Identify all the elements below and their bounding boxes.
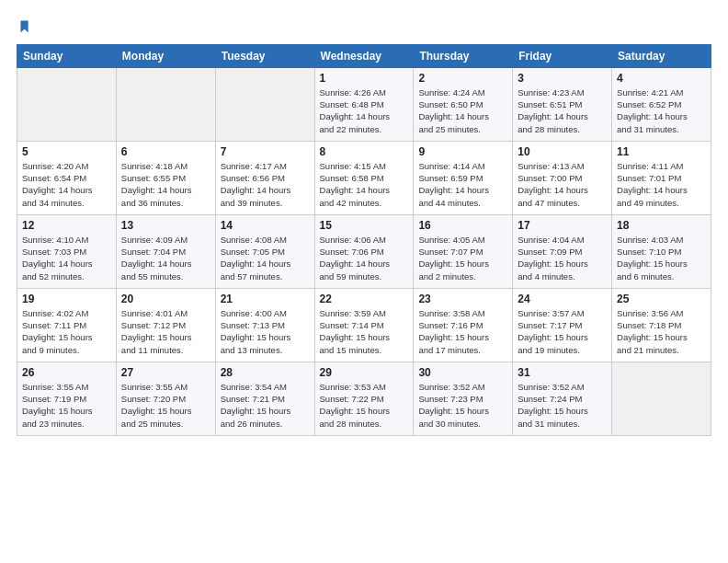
day-cell: 12Sunrise: 4:10 AM Sunset: 7:03 PM Dayli… bbox=[17, 214, 117, 288]
weekday-monday: Monday bbox=[116, 44, 215, 67]
day-number: 14 bbox=[221, 219, 310, 232]
week-row-1: 1Sunrise: 4:26 AM Sunset: 6:48 PM Daylig… bbox=[17, 67, 711, 141]
day-cell: 3Sunrise: 4:23 AM Sunset: 6:51 PM Daylig… bbox=[513, 67, 612, 141]
day-cell: 7Sunrise: 4:17 AM Sunset: 6:56 PM Daylig… bbox=[215, 141, 314, 214]
day-cell: 2Sunrise: 4:24 AM Sunset: 6:50 PM Daylig… bbox=[414, 67, 513, 141]
day-info: Sunrise: 4:15 AM Sunset: 6:58 PM Dayligh… bbox=[320, 160, 409, 209]
day-info: Sunrise: 4:23 AM Sunset: 6:51 PM Dayligh… bbox=[518, 86, 607, 135]
day-number: 29 bbox=[320, 366, 409, 379]
week-row-4: 19Sunrise: 4:02 AM Sunset: 7:11 PM Dayli… bbox=[17, 288, 711, 362]
day-number: 22 bbox=[320, 293, 409, 305]
day-cell: 27Sunrise: 3:55 AM Sunset: 7:20 PM Dayli… bbox=[116, 362, 215, 435]
weekday-thursday: Thursday bbox=[414, 44, 513, 67]
day-number: 31 bbox=[518, 366, 607, 379]
day-cell: 1Sunrise: 4:26 AM Sunset: 6:48 PM Daylig… bbox=[314, 67, 414, 141]
day-info: Sunrise: 4:21 AM Sunset: 6:52 PM Dayligh… bbox=[617, 86, 706, 135]
day-number: 25 bbox=[617, 293, 706, 305]
day-info: Sunrise: 4:11 AM Sunset: 7:01 PM Dayligh… bbox=[617, 160, 706, 209]
day-info: Sunrise: 3:52 AM Sunset: 7:23 PM Dayligh… bbox=[418, 381, 507, 430]
day-cell bbox=[612, 362, 711, 435]
weekday-wednesday: Wednesday bbox=[314, 44, 414, 67]
day-info: Sunrise: 4:24 AM Sunset: 6:50 PM Dayligh… bbox=[418, 86, 507, 135]
day-number: 18 bbox=[617, 219, 706, 232]
day-cell: 30Sunrise: 3:52 AM Sunset: 7:23 PM Dayli… bbox=[414, 362, 513, 435]
day-number: 11 bbox=[617, 145, 706, 158]
day-cell: 4Sunrise: 4:21 AM Sunset: 6:52 PM Daylig… bbox=[612, 67, 711, 141]
day-cell bbox=[17, 67, 117, 141]
day-number: 28 bbox=[221, 366, 310, 379]
day-cell: 8Sunrise: 4:15 AM Sunset: 6:58 PM Daylig… bbox=[314, 141, 414, 214]
day-info: Sunrise: 4:17 AM Sunset: 6:56 PM Dayligh… bbox=[221, 160, 310, 209]
day-number: 27 bbox=[121, 366, 210, 379]
week-row-2: 5Sunrise: 4:20 AM Sunset: 6:54 PM Daylig… bbox=[17, 141, 711, 214]
day-info: Sunrise: 4:26 AM Sunset: 6:48 PM Dayligh… bbox=[320, 86, 409, 135]
page: SundayMondayTuesdayWednesdayThursdayFrid… bbox=[0, 0, 728, 445]
day-number: 4 bbox=[617, 72, 706, 85]
day-cell: 20Sunrise: 4:01 AM Sunset: 7:12 PM Dayli… bbox=[116, 288, 215, 362]
day-number: 9 bbox=[418, 145, 507, 158]
day-number: 24 bbox=[518, 293, 607, 305]
weekday-header-row: SundayMondayTuesdayWednesdayThursdayFrid… bbox=[17, 44, 711, 67]
day-number: 15 bbox=[320, 219, 409, 232]
logo bbox=[17, 17, 35, 35]
day-cell: 24Sunrise: 3:57 AM Sunset: 7:17 PM Dayli… bbox=[513, 288, 612, 362]
day-info: Sunrise: 3:56 AM Sunset: 7:18 PM Dayligh… bbox=[617, 307, 706, 356]
day-cell: 25Sunrise: 3:56 AM Sunset: 7:18 PM Dayli… bbox=[612, 288, 711, 362]
day-number: 13 bbox=[121, 219, 210, 232]
day-info: Sunrise: 4:20 AM Sunset: 6:54 PM Dayligh… bbox=[22, 160, 111, 209]
day-cell: 28Sunrise: 3:54 AM Sunset: 7:21 PM Dayli… bbox=[215, 362, 314, 435]
day-number: 30 bbox=[418, 366, 507, 379]
day-info: Sunrise: 4:05 AM Sunset: 7:07 PM Dayligh… bbox=[418, 234, 507, 282]
day-cell: 15Sunrise: 4:06 AM Sunset: 7:06 PM Dayli… bbox=[314, 214, 414, 288]
day-info: Sunrise: 4:01 AM Sunset: 7:12 PM Dayligh… bbox=[121, 307, 210, 356]
day-number: 17 bbox=[518, 219, 607, 232]
calendar: SundayMondayTuesdayWednesdayThursdayFrid… bbox=[17, 44, 711, 436]
day-number: 19 bbox=[22, 293, 111, 305]
day-number: 12 bbox=[22, 219, 111, 232]
day-number: 8 bbox=[320, 145, 409, 158]
day-cell: 26Sunrise: 3:55 AM Sunset: 7:19 PM Dayli… bbox=[17, 362, 117, 435]
week-row-3: 12Sunrise: 4:10 AM Sunset: 7:03 PM Dayli… bbox=[17, 214, 711, 288]
day-info: Sunrise: 4:03 AM Sunset: 7:10 PM Dayligh… bbox=[617, 234, 706, 282]
day-info: Sunrise: 3:54 AM Sunset: 7:21 PM Dayligh… bbox=[221, 381, 310, 430]
day-cell: 9Sunrise: 4:14 AM Sunset: 6:59 PM Daylig… bbox=[414, 141, 513, 214]
day-number: 5 bbox=[22, 145, 111, 158]
day-number: 6 bbox=[121, 145, 210, 158]
day-info: Sunrise: 4:00 AM Sunset: 7:13 PM Dayligh… bbox=[221, 307, 310, 356]
weekday-friday: Friday bbox=[513, 44, 612, 67]
day-info: Sunrise: 3:55 AM Sunset: 7:20 PM Dayligh… bbox=[121, 381, 210, 430]
day-info: Sunrise: 4:06 AM Sunset: 7:06 PM Dayligh… bbox=[320, 234, 409, 282]
day-number: 23 bbox=[418, 293, 507, 305]
day-info: Sunrise: 3:53 AM Sunset: 7:22 PM Dayligh… bbox=[320, 381, 409, 430]
day-cell: 6Sunrise: 4:18 AM Sunset: 6:55 PM Daylig… bbox=[116, 141, 215, 214]
day-info: Sunrise: 3:55 AM Sunset: 7:19 PM Dayligh… bbox=[22, 381, 111, 430]
day-number: 3 bbox=[518, 72, 607, 85]
day-number: 7 bbox=[221, 145, 310, 158]
day-cell: 5Sunrise: 4:20 AM Sunset: 6:54 PM Daylig… bbox=[17, 141, 117, 214]
day-info: Sunrise: 4:08 AM Sunset: 7:05 PM Dayligh… bbox=[221, 234, 310, 282]
day-cell: 18Sunrise: 4:03 AM Sunset: 7:10 PM Dayli… bbox=[612, 214, 711, 288]
day-cell: 14Sunrise: 4:08 AM Sunset: 7:05 PM Dayli… bbox=[215, 214, 314, 288]
day-info: Sunrise: 3:57 AM Sunset: 7:17 PM Dayligh… bbox=[518, 307, 607, 356]
day-cell bbox=[116, 67, 215, 141]
svg-marker-0 bbox=[20, 20, 28, 32]
day-info: Sunrise: 4:18 AM Sunset: 6:55 PM Dayligh… bbox=[121, 160, 210, 209]
day-cell: 19Sunrise: 4:02 AM Sunset: 7:11 PM Dayli… bbox=[17, 288, 117, 362]
day-cell bbox=[215, 67, 314, 141]
day-number: 26 bbox=[22, 366, 111, 379]
day-cell: 16Sunrise: 4:05 AM Sunset: 7:07 PM Dayli… bbox=[414, 214, 513, 288]
week-row-5: 26Sunrise: 3:55 AM Sunset: 7:19 PM Dayli… bbox=[17, 362, 711, 435]
day-cell: 22Sunrise: 3:59 AM Sunset: 7:14 PM Dayli… bbox=[314, 288, 414, 362]
header bbox=[17, 17, 711, 35]
day-info: Sunrise: 4:14 AM Sunset: 6:59 PM Dayligh… bbox=[418, 160, 507, 209]
weekday-saturday: Saturday bbox=[612, 44, 711, 67]
day-number: 16 bbox=[418, 219, 507, 232]
day-cell: 11Sunrise: 4:11 AM Sunset: 7:01 PM Dayli… bbox=[612, 141, 711, 214]
day-number: 20 bbox=[121, 293, 210, 305]
day-info: Sunrise: 4:13 AM Sunset: 7:00 PM Dayligh… bbox=[518, 160, 607, 209]
day-number: 1 bbox=[320, 72, 409, 85]
day-cell: 10Sunrise: 4:13 AM Sunset: 7:00 PM Dayli… bbox=[513, 141, 612, 214]
weekday-tuesday: Tuesday bbox=[215, 44, 314, 67]
day-info: Sunrise: 3:58 AM Sunset: 7:16 PM Dayligh… bbox=[418, 307, 507, 356]
day-cell: 29Sunrise: 3:53 AM Sunset: 7:22 PM Dayli… bbox=[314, 362, 414, 435]
